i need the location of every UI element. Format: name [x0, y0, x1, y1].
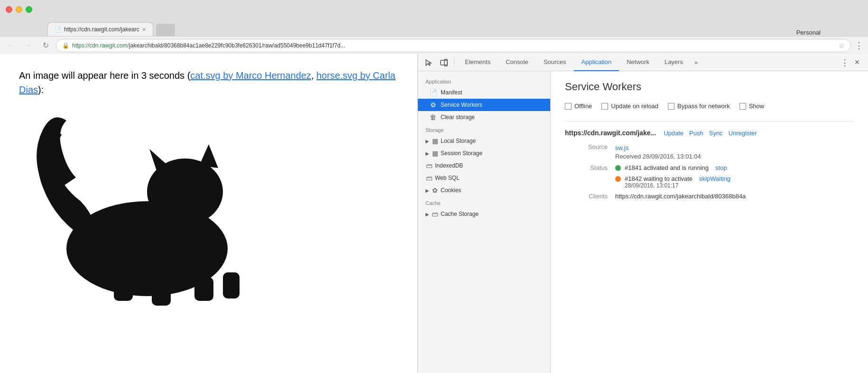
- sidebar-item-service-workers-label: Service Workers: [441, 102, 482, 108]
- tab-favicon-icon: 📄: [55, 27, 61, 33]
- sw-status-row: Status #1841 activated and is running st…: [565, 164, 854, 189]
- sw-received-text: Received 28/09/2016, 13:01:04: [615, 153, 701, 160]
- sw-status-subtext: 28/09/2016, 13:01:17: [625, 182, 730, 189]
- bypass-network-checkbox[interactable]: [668, 103, 674, 110]
- cat-svg-link[interactable]: cat.svg by Marco Hernandez: [190, 70, 311, 81]
- address-url-green: https://cdn.rawgit.com/: [72, 42, 129, 49]
- tab-elements[interactable]: Elements: [457, 54, 498, 71]
- sw-url-row: https://cdn.rawgit.com/jake... Update Pu…: [565, 129, 854, 137]
- sidebar-item-clear-storage[interactable]: 🗑 Clear storage: [418, 111, 550, 123]
- tab-network[interactable]: Network: [619, 54, 657, 71]
- sw-source-row: Source sw.js Received 28/09/2016, 13:01:…: [565, 143, 854, 160]
- session-storage-icon: ▦: [431, 149, 439, 157]
- devtools-main-panel: Service Workers Offline Update on reload…: [551, 71, 868, 373]
- sidebar-item-local-storage[interactable]: ▶ ▦ Local Storage: [418, 135, 550, 147]
- offline-label: Offline: [574, 103, 592, 110]
- sw-source-file-link[interactable]: sw.js: [615, 144, 628, 151]
- sw-push-button[interactable]: Push: [689, 130, 703, 137]
- session-storage-arrow-icon: ▶: [425, 151, 429, 156]
- clients-value: https://cdn.rawgit.com/jakearchibald/803…: [615, 193, 746, 200]
- offline-option[interactable]: Offline: [565, 103, 592, 110]
- source-label: Source: [570, 143, 608, 150]
- omnibar: ← → ↻ 🔒 https://cdn.rawgit.com/jakearchi…: [0, 36, 868, 54]
- update-on-reload-option[interactable]: Update on reload: [601, 103, 658, 110]
- sidebar-item-cookies[interactable]: ▶ ✿ Cookies: [418, 184, 550, 196]
- svg-rect-4: [166, 215, 204, 244]
- clear-storage-icon: 🗑: [429, 113, 437, 121]
- tab-application[interactable]: Application: [574, 54, 619, 71]
- sw-status-entry-1-container: #1842 waiting to activate skipWaiting 28…: [615, 175, 730, 189]
- status-dot-orange: [615, 176, 621, 182]
- status-label: Status: [570, 164, 608, 171]
- sidebar-item-indexeddb[interactable]: 🗃 IndexedDB: [418, 159, 550, 172]
- sidebar-section-cache: Cache: [418, 196, 550, 208]
- sw-clients-row: Clients https://cdn.rawgit.com/jakearchi…: [565, 193, 854, 200]
- sidebar-item-clear-storage-label: Clear storage: [441, 114, 475, 121]
- devtools-panel: Elements Console Sources Application Net…: [417, 54, 868, 373]
- sidebar-item-manifest[interactable]: 📄 Manifest: [418, 86, 550, 99]
- show-option[interactable]: Show: [739, 103, 765, 110]
- device-toolbar-button[interactable]: [437, 56, 451, 70]
- show-label: Show: [749, 103, 765, 110]
- tabs-more-button[interactable]: »: [691, 59, 702, 66]
- browser-menu-button[interactable]: ⋮: [855, 40, 863, 51]
- sidebar-item-web-sql-label: Web SQL: [435, 175, 460, 181]
- sw-stop-link[interactable]: stop: [715, 164, 727, 171]
- update-on-reload-checkbox[interactable]: [601, 103, 608, 110]
- svg-rect-7: [194, 277, 213, 301]
- page-area: An image will appear here in 3 seconds (…: [0, 54, 868, 373]
- sidebar-item-cache-storage-label: Cache Storage: [441, 211, 479, 217]
- offline-checkbox[interactable]: [565, 103, 572, 110]
- sw-update-button[interactable]: Update: [664, 130, 683, 137]
- sw-status-text-0: #1841 activated and is running: [625, 164, 709, 171]
- maximize-button[interactable]: [26, 6, 32, 13]
- tab-bar: 📄 https://cdn.rawgit.com/jakearc × Perso…: [0, 19, 868, 36]
- manifest-icon: 📄: [429, 89, 437, 96]
- profile-label: Personal: [796, 29, 821, 36]
- devtools-close-button[interactable]: ×: [850, 56, 864, 70]
- svg-rect-9: [441, 60, 447, 65]
- sw-unregister-button[interactable]: Unregister: [729, 130, 757, 137]
- bypass-network-option[interactable]: Bypass for network: [668, 103, 730, 110]
- element-picker-button[interactable]: [422, 56, 436, 70]
- cookies-icon: ✿: [431, 186, 439, 194]
- back-button[interactable]: ←: [5, 39, 18, 52]
- refresh-button[interactable]: ↻: [39, 39, 52, 52]
- svg-marker-2: [149, 149, 171, 170]
- service-workers-title: Service Workers: [565, 81, 854, 93]
- sw-skip-waiting-link[interactable]: skipWaiting: [699, 175, 730, 182]
- new-tab-button[interactable]: [156, 24, 175, 36]
- svg-rect-8: [223, 272, 240, 298]
- bookmark-icon[interactable]: ☆: [839, 42, 845, 49]
- address-bar[interactable]: 🔒 https://cdn.rawgit.com/jakearchibald/8…: [56, 39, 851, 52]
- active-tab[interactable]: 📄 https://cdn.rawgit.com/jakearc ×: [47, 22, 153, 36]
- cache-storage-arrow-icon: ▶: [425, 212, 429, 217]
- devtools-more-button[interactable]: ⋮: [840, 57, 849, 68]
- sidebar-item-cache-storage[interactable]: ▶ 🗃 Cache Storage: [418, 208, 550, 220]
- tab-close-button[interactable]: ×: [142, 26, 146, 33]
- sidebar-item-session-storage[interactable]: ▶ ▦ Session Storage: [418, 147, 550, 159]
- local-storage-arrow-icon: ▶: [425, 139, 429, 144]
- forward-button[interactable]: →: [22, 39, 35, 52]
- sidebar-item-session-storage-label: Session Storage: [441, 150, 482, 157]
- service-workers-icon: ⚙: [429, 101, 437, 109]
- sw-sync-button[interactable]: Sync: [709, 130, 723, 137]
- sidebar-item-web-sql[interactable]: 🗃 Web SQL: [418, 172, 550, 184]
- show-checkbox[interactable]: [739, 103, 746, 110]
- devtools-toolbar: Elements Console Sources Application Net…: [418, 54, 868, 71]
- address-text: https://cdn.rawgit.com/jakearchibald/803…: [72, 42, 836, 49]
- close-button[interactable]: [6, 6, 12, 13]
- toolbar-separator: [454, 58, 454, 67]
- sidebar-item-service-workers[interactable]: ⚙ Service Workers: [418, 99, 550, 111]
- tab-layers[interactable]: Layers: [657, 54, 691, 71]
- sw-url-actions: Update Push Sync Unregister: [664, 130, 757, 137]
- minimize-button[interactable]: [16, 6, 22, 13]
- update-on-reload-label: Update on reload: [611, 103, 658, 110]
- web-content: An image will appear here in 3 seconds (…: [0, 54, 417, 373]
- svg-rect-5: [114, 277, 133, 301]
- devtools-body: Application 📄 Manifest ⚙ Service Workers…: [418, 71, 868, 373]
- sidebar-item-local-storage-label: Local Storage: [441, 138, 476, 144]
- tab-console[interactable]: Console: [498, 54, 536, 71]
- tab-sources[interactable]: Sources: [536, 54, 574, 71]
- sw-status-entry-0: #1841 activated and is running stop: [615, 164, 730, 171]
